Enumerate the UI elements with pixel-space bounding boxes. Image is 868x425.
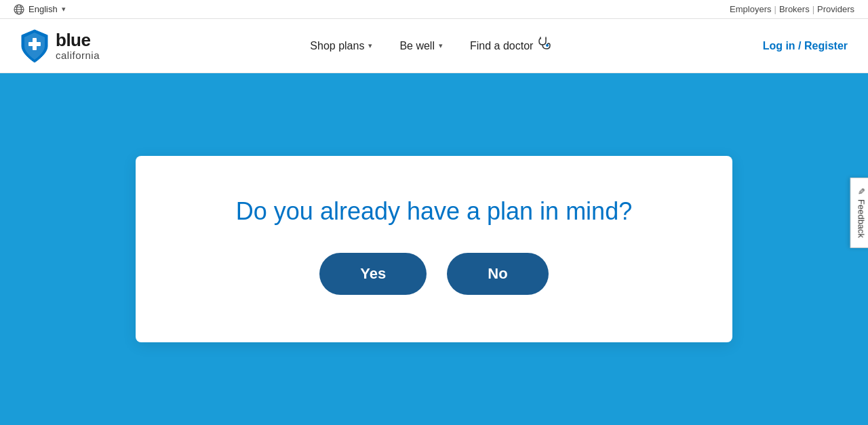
card-title: Do you already have a plan in mind? bbox=[236, 197, 632, 226]
yes-button[interactable]: Yes bbox=[319, 253, 427, 295]
nav-be-well[interactable]: Be well ▾ bbox=[399, 40, 443, 52]
top-links: Employers | Brokers | Providers bbox=[730, 4, 854, 14]
svg-point-7 bbox=[546, 44, 549, 47]
language-label: English bbox=[28, 4, 58, 14]
svg-rect-6 bbox=[28, 42, 41, 46]
feedback-tab[interactable]: ✎ Feedback bbox=[850, 177, 868, 247]
chevron-down-icon: ▾ bbox=[439, 41, 443, 50]
feedback-label: Feedback bbox=[856, 199, 866, 237]
logo-text: blue california bbox=[56, 31, 100, 61]
providers-link[interactable]: Providers bbox=[817, 4, 854, 14]
plan-question-card: Do you already have a plan in mind? Yes … bbox=[136, 156, 732, 342]
globe-icon bbox=[14, 4, 24, 15]
employers-link[interactable]: Employers bbox=[730, 4, 771, 14]
language-selector[interactable]: English ▾ bbox=[14, 4, 66, 15]
login-register-button[interactable]: Log in / Register bbox=[763, 40, 848, 52]
hero-section: Do you already have a plan in mind? Yes … bbox=[0, 73, 868, 425]
card-buttons: Yes No bbox=[319, 253, 548, 295]
shield-logo-icon bbox=[20, 28, 49, 64]
main-nav: Shop plans ▾ Be well ▾ Find a doctor bbox=[310, 37, 552, 55]
stethoscope-icon bbox=[537, 37, 552, 55]
logo-california-text: california bbox=[56, 50, 100, 62]
header: blue california Shop plans ▾ Be well ▾ F… bbox=[0, 19, 868, 73]
brokers-link[interactable]: Brokers bbox=[779, 4, 810, 14]
chevron-down-icon: ▾ bbox=[368, 41, 372, 50]
language-chevron: ▾ bbox=[62, 5, 66, 14]
feedback-icon: ✎ bbox=[856, 187, 866, 195]
logo[interactable]: blue california bbox=[20, 28, 100, 64]
no-button[interactable]: No bbox=[447, 253, 548, 295]
nav-find-doctor[interactable]: Find a doctor bbox=[470, 37, 552, 55]
nav-shop-plans[interactable]: Shop plans ▾ bbox=[310, 40, 372, 52]
logo-blue-text: blue bbox=[56, 31, 100, 50]
top-bar: English ▾ Employers | Brokers | Provider… bbox=[0, 0, 868, 19]
